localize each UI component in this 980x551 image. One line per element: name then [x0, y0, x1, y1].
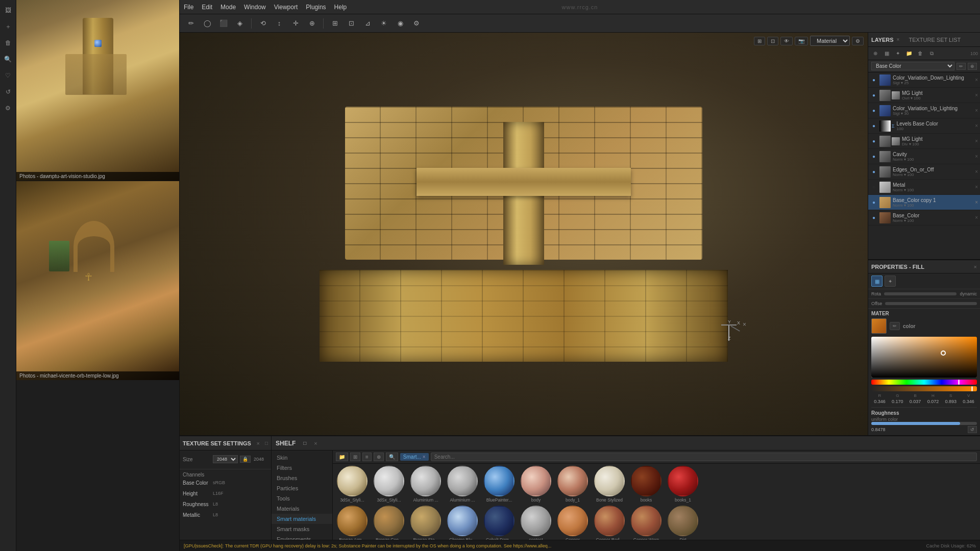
material-item-cobaltdam[interactable]: Cobalt Dam...	[482, 506, 517, 540]
rotation-slider[interactable]	[884, 292, 957, 295]
layer-item[interactable]: ● MG Light Ovrl ▾ 100 ×	[868, 88, 980, 103]
menu-help[interactable]: Help	[334, 4, 347, 11]
color-swatch-preview[interactable]	[871, 318, 887, 334]
viewport-mode-dropdown[interactable]: Material	[810, 36, 850, 46]
duplicate-layer-btn[interactable]: ⧉	[926, 48, 937, 59]
move-tool[interactable]: ✛	[288, 16, 303, 31]
vp-cam-btn[interactable]: 📷	[795, 37, 808, 45]
channel-edit-btn[interactable]: ✏	[957, 63, 966, 70]
layer-item[interactable]: ○ Metal Norm ▾ 100 ×	[868, 180, 980, 195]
shelf-cat-environments[interactable]: Environments	[272, 534, 332, 540]
add-effect-btn[interactable]: ✦	[893, 48, 903, 59]
material-item-3dstylize2[interactable]: 3dSx_Styli...	[372, 466, 406, 503]
layers-tab-close[interactable]: ×	[897, 37, 900, 42]
layer-visibility-toggle[interactable]: ●	[870, 214, 877, 221]
material-item-bonestyled[interactable]: Bone Stylized	[592, 466, 627, 503]
roughness-slider[interactable]	[871, 422, 977, 425]
layer-delete-btn[interactable]: ×	[975, 199, 978, 205]
perspective-btn[interactable]: ⊿	[360, 16, 375, 31]
layer-item[interactable]: ● Edges_On_or_Off Norm ▾ 100 ×	[868, 164, 980, 180]
layer-item[interactable]: ● MG Light Div ▾ 100 ×	[868, 134, 980, 149]
shelf-filter-btn[interactable]: ≡	[362, 453, 372, 461]
smudge-tool[interactable]: ◈	[233, 16, 247, 31]
layer-visibility-toggle[interactable]: ●	[870, 138, 877, 145]
shelf-grid-btn[interactable]: ⊞	[350, 453, 360, 461]
wireframe-btn[interactable]: ⊡	[344, 16, 358, 31]
history-icon[interactable]: ↺	[2, 86, 14, 98]
eyedropper-btn[interactable]: ✏	[890, 322, 900, 330]
shelf-expand-btn[interactable]: □	[300, 438, 310, 448]
texture-settings-expand[interactable]: □	[265, 440, 268, 446]
vp-grid-btn[interactable]: ⊞	[754, 37, 765, 45]
channel-dropdown[interactable]: Base Color	[871, 62, 954, 70]
layer-delete-btn[interactable]: ×	[975, 123, 978, 129]
color-picker-gradient[interactable]	[871, 337, 977, 378]
material-item-body1[interactable]: body_1	[555, 466, 590, 503]
shelf-cat-skin[interactable]: Skin	[272, 453, 332, 463]
material-item-bronzecon[interactable]: Bronze Con...	[372, 506, 406, 540]
layer-item-active[interactable]: ● Base_Color copy 1 Norm ▾ 100 ×	[868, 195, 980, 210]
brush-tool[interactable]: ✏	[184, 16, 198, 31]
texture-set-tab[interactable]: TEXTURE SET LIST	[909, 37, 961, 43]
material-item-bronzearm[interactable]: Bronze Arm...	[335, 506, 370, 540]
add-layer-btn[interactable]: ⊕	[870, 48, 880, 59]
fill-tool[interactable]: ⬛	[216, 16, 231, 31]
layer-delete-btn[interactable]: ×	[975, 92, 978, 98]
shelf-folder-btn[interactable]: 📁	[336, 453, 348, 461]
layer-visibility-toggle[interactable]: ●	[870, 122, 877, 130]
size-dropdown[interactable]: 2048	[213, 455, 238, 463]
layer-delete-btn[interactable]: ×	[975, 169, 978, 174]
roughness-reset-btn[interactable]: ↺	[968, 426, 977, 433]
shelf-search-close[interactable]: ×	[423, 454, 426, 460]
shelf-cat-particles[interactable]: Particles	[272, 483, 332, 493]
material-item-chromeblu[interactable]: Chrome Blu...	[445, 506, 480, 540]
offset-slider[interactable]	[885, 302, 977, 305]
layers-tab[interactable]: LAYERS	[871, 37, 894, 43]
menu-edit[interactable]: Edit	[202, 4, 212, 11]
effects-props-btn[interactable]: ✦	[885, 276, 896, 287]
add-fill-btn[interactable]: ▦	[881, 48, 892, 59]
material-item-coppered1[interactable]: Copper Red...	[592, 506, 627, 540]
shelf-cat-brushes[interactable]: Brushes	[272, 473, 332, 483]
settings-icon[interactable]: ⚙	[2, 102, 14, 114]
3d-viewport[interactable]: ⊞ ⊡ 👁 📷 Material ⚙ X Y Z	[180, 33, 868, 435]
menu-viewport[interactable]: Viewport	[274, 4, 298, 11]
material-item-bronzesta[interactable]: Bronze Sta...	[408, 506, 443, 540]
material-item-books1[interactable]: books_1	[666, 466, 700, 503]
material-item-aluminium2[interactable]: Aluminium ...	[445, 466, 480, 503]
menu-window[interactable]: Window	[244, 4, 266, 11]
menu-file[interactable]: File	[184, 4, 193, 11]
shelf-cat-materials[interactable]: Materials	[272, 504, 332, 514]
menu-mode[interactable]: Mode	[220, 4, 236, 11]
properties-close[interactable]: ×	[974, 264, 977, 270]
texture-settings-close[interactable]: ×	[257, 440, 260, 446]
delete-layer-btn[interactable]: 🗑	[915, 48, 925, 59]
add-icon[interactable]: ＋	[2, 20, 14, 33]
vp-env-btn[interactable]: ⚙	[852, 37, 864, 45]
layer-delete-btn[interactable]: ×	[975, 138, 978, 144]
channel-add-btn[interactable]: ⊕	[968, 63, 977, 70]
material-item-aluminium1[interactable]: Aluminium ...	[408, 466, 443, 503]
shelf-cat-smart-masks[interactable]: Smart masks	[272, 524, 332, 534]
layer-item[interactable]: ● Color_Variation_Up_Lighting Slgt ▾ 30 …	[868, 103, 980, 118]
grid-view-btn[interactable]: ⊞	[328, 16, 342, 31]
layer-visibility-toggle[interactable]: ●	[870, 153, 877, 160]
hue-slider[interactable]	[871, 380, 977, 385]
layer-item[interactable]: ● Base_Color Norm ▾ 100 ×	[868, 210, 980, 226]
layer-visibility-toggle[interactable]: ●	[870, 77, 877, 84]
layer-delete-btn[interactable]: ×	[975, 108, 978, 113]
shelf-close[interactable]: ×	[314, 440, 317, 446]
layer-item[interactable]: ● Color_Variation_Down_Lighting Slgt ▾ 2…	[868, 72, 980, 88]
add-folder-btn[interactable]: 📁	[904, 48, 914, 59]
material-item-contest[interactable]: contest	[519, 506, 553, 540]
layer-visibility-toggle[interactable]: ●	[870, 107, 877, 114]
vp-persp-btn[interactable]: ⊡	[767, 37, 778, 45]
material-item-bluepainter[interactable]: BluePainter...	[482, 466, 517, 503]
shelf-import-btn[interactable]: ⊕	[374, 453, 384, 461]
layer-delete-btn[interactable]: ×	[975, 77, 978, 83]
material-item-copperworn[interactable]: Copper Worn	[629, 506, 664, 540]
shelf-search-tab[interactable]: Smart... ×	[400, 453, 429, 461]
layer-visibility-toggle[interactable]: ○	[870, 184, 877, 191]
layer-item[interactable]: ● Cavity Norm ▾ 100 ×	[868, 149, 980, 164]
selection-tool[interactable]: ↕	[272, 16, 286, 31]
